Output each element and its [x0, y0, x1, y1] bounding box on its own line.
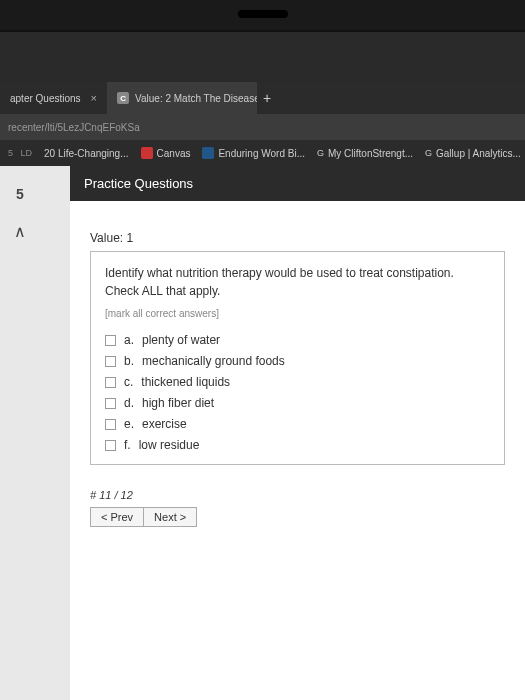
pager-buttons: < Prev Next > — [90, 507, 505, 527]
question-area: Value: 1 Identify what nutrition therapy… — [70, 201, 525, 475]
option-d[interactable]: d. high fiber diet — [105, 396, 490, 410]
bookmark-label: Gallup | Analytics... — [436, 148, 521, 159]
bookmark-enduring-word[interactable]: Enduring Word Bi... — [202, 147, 305, 159]
option-letter: f. — [124, 438, 131, 452]
checkbox-d[interactable] — [105, 398, 116, 409]
value-label: Value: 1 — [90, 231, 505, 245]
option-text: exercise — [142, 417, 187, 431]
option-e[interactable]: e. exercise — [105, 417, 490, 431]
bookmark-life-changing[interactable]: 20 Life-Changing... — [44, 148, 129, 159]
option-text: high fiber diet — [142, 396, 214, 410]
option-text: plenty of water — [142, 333, 220, 347]
option-letter: a. — [124, 333, 134, 347]
url-bar[interactable]: recenter/lti/5LezJCnqEFoKSa — [0, 114, 525, 140]
question-instruction: Check ALL that apply. — [105, 284, 490, 298]
content-area: 5 ∧ Practice Questions Value: 1 Identify… — [0, 166, 525, 700]
chegg-icon: C — [117, 92, 129, 104]
tab-title: apter Questions — [10, 93, 81, 104]
bookmark-label: 20 Life-Changing... — [44, 148, 129, 159]
question-box: Identify what nutrition therapy would be… — [90, 251, 505, 465]
checkbox-f[interactable] — [105, 440, 116, 451]
new-tab-button[interactable]: + — [257, 90, 277, 106]
main-content: Practice Questions Value: 1 Identify wha… — [70, 166, 525, 700]
option-letter: d. — [124, 396, 134, 410]
pager: # 11 / 12 < Prev Next > — [70, 475, 525, 541]
option-a[interactable]: a. plenty of water — [105, 333, 490, 347]
bookmark-label: My CliftonStrengt... — [328, 148, 413, 159]
option-f[interactable]: f. low residue — [105, 438, 490, 452]
url-text: recenter/lti/5LezJCnqEFoKSa — [8, 122, 140, 133]
bookmark-canvas[interactable]: Canvas — [141, 147, 191, 159]
option-letter: c. — [124, 375, 133, 389]
option-b[interactable]: b. mechanically ground foods — [105, 354, 490, 368]
bookmarks-bar: 5 LD 20 Life-Changing... Canvas Enduring… — [0, 140, 525, 166]
tab-chapter-questions[interactable]: apter Questions × — [0, 82, 107, 114]
prev-button[interactable]: < Prev — [90, 507, 144, 527]
option-letter: b. — [124, 354, 134, 368]
enduring-icon — [202, 147, 214, 159]
next-button[interactable]: Next > — [144, 507, 197, 527]
nav-number: 5 — [16, 186, 24, 202]
tab-match-disease[interactable]: C Value: 2 Match The Disease W × — [107, 82, 257, 114]
option-text: thickened liquids — [141, 375, 230, 389]
bookmark-prefix: 5 LD — [8, 148, 32, 158]
option-text: mechanically ground foods — [142, 354, 285, 368]
bookmark-clifton[interactable]: G My CliftonStrengt... — [317, 148, 413, 159]
practice-questions-header: Practice Questions — [70, 166, 525, 201]
camera-notch — [238, 10, 288, 18]
g-icon: G — [317, 148, 324, 158]
header-title: Practice Questions — [84, 176, 193, 191]
bookmark-gallup[interactable]: G Gallup | Analytics... — [425, 148, 521, 159]
checkbox-b[interactable] — [105, 356, 116, 367]
g-icon: G — [425, 148, 432, 158]
canvas-icon — [141, 147, 153, 159]
options-list: a. plenty of water b. mechanically groun… — [105, 333, 490, 452]
option-c[interactable]: c. thickened liquids — [105, 375, 490, 389]
question-text: Identify what nutrition therapy would be… — [105, 264, 490, 282]
option-text: low residue — [139, 438, 200, 452]
option-letter: e. — [124, 417, 134, 431]
close-icon[interactable]: × — [91, 92, 97, 104]
laptop-frame: apter Questions × C Value: 2 Match The D… — [0, 30, 525, 700]
bookmark-label: Enduring Word Bi... — [218, 148, 305, 159]
page-count: # 11 / 12 — [90, 489, 505, 501]
question-hint: [mark all correct answers] — [105, 308, 490, 319]
checkbox-c[interactable] — [105, 377, 116, 388]
bookmark-label: Canvas — [157, 148, 191, 159]
tab-title: Value: 2 Match The Disease W — [135, 93, 257, 104]
browser-window: apter Questions × C Value: 2 Match The D… — [0, 82, 525, 700]
chevron-up-icon[interactable]: ∧ — [14, 222, 26, 241]
left-nav: 5 ∧ — [0, 166, 40, 700]
checkbox-e[interactable] — [105, 419, 116, 430]
tab-bar: apter Questions × C Value: 2 Match The D… — [0, 82, 525, 114]
checkbox-a[interactable] — [105, 335, 116, 346]
